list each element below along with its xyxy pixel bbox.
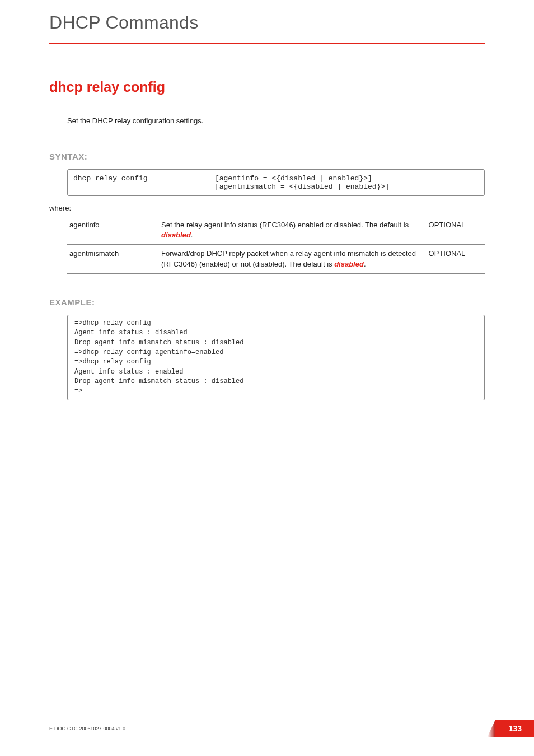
example-label: EXAMPLE: xyxy=(49,297,485,307)
example-section: EXAMPLE: =>dhcp relay config Agent info … xyxy=(49,297,485,400)
where-label: where: xyxy=(49,204,485,212)
page-number-badge: 133 xyxy=(495,720,534,737)
syntax-command: dhcp relay config xyxy=(68,170,209,195)
syntax-box: dhcp relay config [agentinfo = <{disable… xyxy=(67,169,485,196)
command-description: Set the DHCP relay configuration setting… xyxy=(67,116,485,125)
param-desc-pre: Forward/drop DHCP reply packet when a re… xyxy=(161,249,416,268)
param-flag: OPTIONAL xyxy=(427,216,485,245)
param-desc-post: . xyxy=(364,260,366,268)
content: dhcp relay config Set the DHCP relay con… xyxy=(0,79,534,400)
footer-doc-id: E-DOC-CTC-20061027-0004 v1.0 xyxy=(49,726,125,731)
param-desc: Set the relay agent info status (RFC3046… xyxy=(159,216,426,245)
syntax-label: SYNTAX: xyxy=(49,152,485,161)
example-box: =>dhcp relay config Agent info status : … xyxy=(67,315,485,400)
param-desc-pre: Set the relay agent info status (RFC3046… xyxy=(161,221,409,229)
chapter-title: DHCP Commands xyxy=(49,12,485,33)
syntax-table: dhcp relay config [agentinfo = <{disable… xyxy=(68,170,484,195)
param-row: agentmismatch Forward/drop DHCP reply pa… xyxy=(67,245,485,273)
params-table: agentinfo Set the relay agent info statu… xyxy=(67,216,485,274)
param-row: agentinfo Set the relay agent info statu… xyxy=(67,216,485,245)
page-footer: E-DOC-CTC-20061027-0004 v1.0 133 xyxy=(49,720,534,737)
syntax-section: SYNTAX: dhcp relay config [agentinfo = <… xyxy=(49,152,485,196)
param-desc: Forward/drop DHCP reply packet when a re… xyxy=(159,245,426,273)
param-name: agentmismatch xyxy=(67,245,159,273)
param-name: agentinfo xyxy=(67,216,159,245)
header-rule xyxy=(49,43,485,44)
param-flag: OPTIONAL xyxy=(427,245,485,273)
param-desc-post: . xyxy=(191,231,193,239)
page-header: DHCP Commands xyxy=(0,0,534,44)
syntax-args: [agentinfo = <{disabled | enabled}>] [ag… xyxy=(209,170,484,195)
param-default: disabled xyxy=(334,260,364,268)
param-default: disabled xyxy=(161,231,191,239)
command-title: dhcp relay config xyxy=(49,79,485,95)
